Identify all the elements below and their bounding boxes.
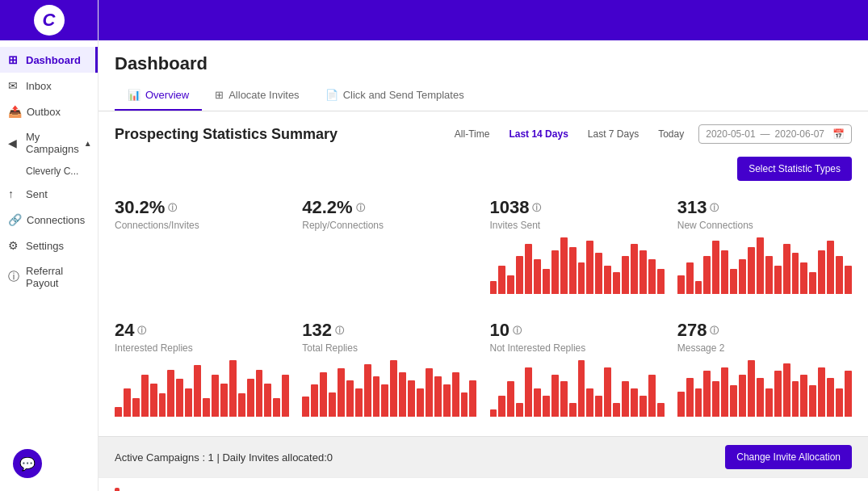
active-campaigns-text: Active Campaigns : 1 | Daily Invites all… [115,451,333,464]
stat-card-total-replies: 132 ⓘ Total Replies [302,313,476,423]
info-icon-new-connections[interactable]: ⓘ [710,202,719,214]
filter-all-time[interactable]: All-Time [450,125,495,143]
stats-header: Prospecting Statistics Summary All-Time … [115,124,852,144]
tab-click-send[interactable]: 📄 Click and Send Templates [312,81,477,111]
page-title: Dashboard [115,53,852,74]
campaign-color-bar [115,488,120,491]
date-to: 2020-06-07 [775,128,824,140]
sidebar-item-label: My Campaigns [26,131,79,155]
sidebar-item-outbox[interactable]: 📤 Outbox [0,99,98,124]
sidebar-item-label: Connections [27,214,85,226]
stat-label-not-interested: Not Interested Replies [490,342,665,354]
info-icon-interested[interactable]: ⓘ [137,325,146,337]
tab-allocate-invites[interactable]: ⊞ Allocate Invites [202,81,312,111]
bar-chart-total-replies [302,360,476,417]
sidebar-item-label: Outbox [27,106,61,118]
sidebar-nav: ⊞ Dashboard ✉ Inbox 📤 Outbox ◀ My Campai… [0,40,98,302]
info-icon-connections[interactable]: ⓘ [168,202,177,214]
campaign-row: Cleverly Campaign Daily invites:55 Conne… [99,477,868,491]
overview-tab-icon: 📊 [128,89,140,101]
inbox-icon: ✉ [8,79,21,92]
stat-value-reply-connections: 42.2% ⓘ [302,197,476,218]
click-send-tab-icon: 📄 [325,89,338,101]
settings-icon: ⚙ [8,239,21,252]
stat-card-invites-sent: 1038 ⓘ Invites Sent [490,191,665,300]
main-content: Dashboard 📊 Overview ⊞ Allocate Invites … [99,0,868,491]
sidebar-item-label: Inbox [26,80,52,92]
sidebar-item-label: Sent [26,188,48,200]
date-range-picker[interactable]: 2020-05-01 — 2020-06-07 📅 [698,124,852,144]
sidebar-logo: C [0,0,98,40]
stat-label-total-replies: Total Replies [302,342,476,354]
stat-label-connections-invites: Connections/Invites [115,220,289,231]
sidebar-submenu: Cleverly C... [0,162,98,181]
stat-value-invites-sent: 1038 ⓘ [490,197,665,218]
sidebar-item-inbox[interactable]: ✉ Inbox [0,73,98,99]
stat-card-new-connections: 313 ⓘ New Connections [677,191,852,300]
bar-chart-not-interested [490,360,665,417]
active-campaigns-bar: Active Campaigns : 1 | Daily Invites all… [99,436,868,477]
stat-card-reply-connections: 42.2% ⓘ Reply/Connections [302,191,476,300]
sent-icon: ↑ [8,187,21,200]
stat-label-message-2: Message 2 [677,342,852,354]
chat-icon: 💬 [19,456,36,472]
filter-today[interactable]: Today [653,125,689,143]
calendar-icon: 📅 [832,128,845,140]
stat-label-reply-connections: Reply/Connections [302,220,476,231]
stat-value-not-interested: 10 ⓘ [490,320,665,341]
sidebar-item-dashboard[interactable]: ⊞ Dashboard [0,47,98,73]
stat-card-interested-replies: 24 ⓘ Interested Replies [115,313,289,423]
topbar [99,0,868,40]
sidebar-item-label: Settings [26,240,64,252]
sidebar: C ⊞ Dashboard ✉ Inbox 📤 Outbox ◀ My Camp… [0,0,99,491]
sidebar-submenu-label: Cleverly C... [26,166,78,177]
filter-last-14-days[interactable]: Last 14 Days [504,125,572,143]
sidebar-item-sent[interactable]: ↑ Sent [0,181,98,207]
change-invite-allocation-button[interactable]: Change Invite Allocation [725,445,852,469]
tab-allocate-label: Allocate Invites [229,89,299,101]
info-icon-invites[interactable]: ⓘ [532,202,541,214]
sidebar-item-label: Dashboard [26,54,81,66]
referral-icon: ⓘ [8,270,21,284]
dashboard-icon: ⊞ [8,53,21,66]
sidebar-item-settings[interactable]: ⚙ Settings [0,233,98,258]
stat-card-connections-invites: 30.2% ⓘ Connections/Invites [115,191,289,300]
logo-circle: C [34,5,65,36]
info-icon-not-interested[interactable]: ⓘ [513,325,522,337]
tab-overview[interactable]: 📊 Overview [115,81,202,111]
stat-label-invites-sent: Invites Sent [490,220,665,231]
stat-value-message-2: 278 ⓘ [677,320,852,341]
date-dash: — [761,128,770,140]
page-header: Dashboard [99,40,868,81]
connections-icon: 🔗 [8,213,22,226]
stat-label-interested-replies: Interested Replies [115,342,289,354]
campaigns-icon: ◀ [8,136,21,149]
tab-click-send-label: Click and Send Templates [343,89,464,101]
sidebar-item-my-campaigns[interactable]: ◀ My Campaigns ▲ [0,124,98,162]
sidebar-item-cleverly-c[interactable]: Cleverly C... [18,162,98,181]
info-icon-total-replies[interactable]: ⓘ [335,325,344,337]
select-statistic-types-button[interactable]: Select Statistic Types [737,157,852,181]
outbox-icon: 📤 [8,105,22,118]
bar-chart-message-2 [677,360,852,417]
stat-value-connections-invites: 30.2% ⓘ [115,197,289,218]
sidebar-item-connections[interactable]: 🔗 Connections [0,207,98,233]
bar-chart-new-connections [677,237,852,294]
stats-filters: All-Time Last 14 Days Last 7 Days Today … [450,124,852,144]
stat-card-not-interested: 10 ⓘ Not Interested Replies [490,313,665,423]
stats-grid-row1: 30.2% ⓘ Connections/Invites 42.2% ⓘ Repl… [115,191,852,300]
info-icon-reply[interactable]: ⓘ [356,202,365,214]
stat-label-new-connections: New Connections [677,220,852,231]
chat-button[interactable]: 💬 [13,449,42,478]
stats-section: Prospecting Statistics Summary All-Time … [99,111,868,436]
date-from: 2020-05-01 [706,128,755,140]
sidebar-item-referral-payout[interactable]: ⓘ Referral Payout [0,258,98,296]
sidebar-item-label: Referral Payout [26,265,90,289]
filter-last-7-days[interactable]: Last 7 Days [583,125,644,143]
tab-bar: 📊 Overview ⊞ Allocate Invites 📄 Click an… [99,81,868,111]
stat-value-new-connections: 313 ⓘ [677,197,852,218]
bar-chart-invites-sent [490,237,665,294]
info-icon-message-2[interactable]: ⓘ [710,325,719,337]
content-area: Dashboard 📊 Overview ⊞ Allocate Invites … [99,40,868,491]
stat-value-interested-replies: 24 ⓘ [115,320,289,341]
